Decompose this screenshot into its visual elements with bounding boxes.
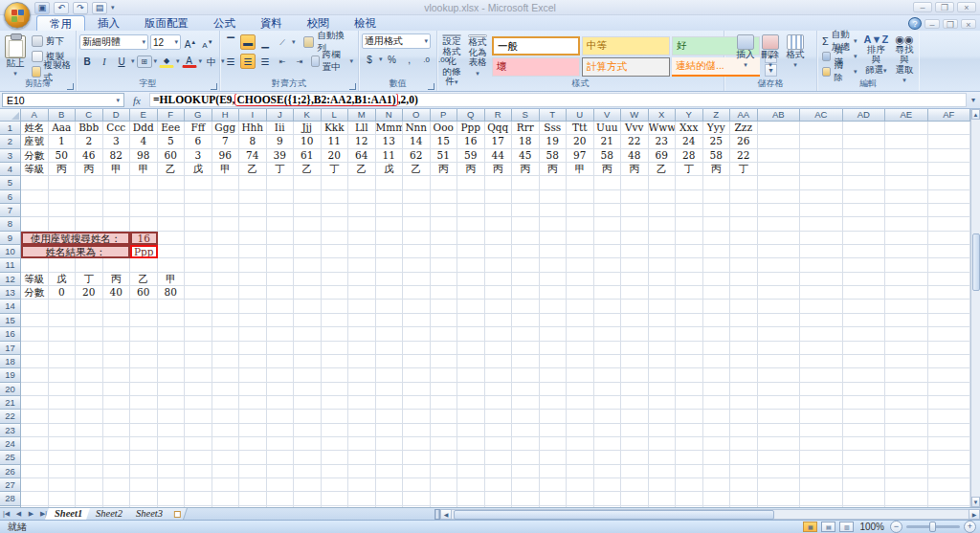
cell-U1[interactable]: Ttt [567,122,594,135]
cell-AE5[interactable] [885,176,928,189]
cell-B5[interactable] [49,176,77,189]
cell-S25[interactable] [512,451,540,464]
cell-B11[interactable] [49,258,77,272]
cell-L15[interactable] [322,314,349,327]
cell-K5[interactable] [294,176,322,189]
cell-H24[interactable] [212,437,240,451]
cell-S18[interactable] [512,355,540,368]
cell-AE7[interactable] [885,204,928,217]
cell-AF18[interactable] [928,355,971,368]
cell-I2[interactable]: 8 [239,135,267,148]
cell-W7[interactable] [621,204,649,217]
cell-Y10[interactable] [676,245,703,258]
cell-C24[interactable] [76,437,103,451]
cell-K15[interactable] [294,314,322,327]
row-header-22[interactable]: 22 [0,410,21,423]
cell-AB10[interactable] [758,245,801,258]
cell-E20[interactable] [130,383,158,396]
cell-E26[interactable] [130,465,158,478]
cell-L13[interactable] [322,286,349,300]
column-header-I[interactable]: I [239,109,267,122]
cell-A1[interactable]: 姓名 [21,122,49,135]
cell-AA16[interactable] [730,327,758,341]
cell-H7[interactable] [212,204,240,217]
cell-G1[interactable]: Fff [185,122,212,135]
font-name-combo[interactable]: 新細明體▾ [79,34,148,50]
cell-W27[interactable] [621,478,649,492]
cell-AD25[interactable] [843,451,886,464]
cell-AB16[interactable] [758,327,801,341]
cell-P4[interactable]: 丙 [431,163,458,176]
cell-G6[interactable] [185,190,212,204]
cell-F26[interactable] [158,465,186,478]
cell-AF19[interactable] [928,368,971,382]
cell-S12[interactable] [512,273,540,286]
cell-D4[interactable]: 甲 [103,163,131,176]
cell-K13[interactable] [294,286,322,300]
cell-N19[interactable] [376,368,404,382]
normal-view-icon[interactable]: ▦ [803,522,817,532]
cell-F21[interactable] [158,396,186,410]
cell-D5[interactable] [103,176,131,189]
cell-B25[interactable] [49,451,77,464]
orientation-icon[interactable]: ⟋ [275,34,290,50]
style-calculation[interactable]: 計算方式 [582,57,670,77]
cell-T16[interactable] [540,327,568,341]
cell-U11[interactable] [567,258,594,272]
cell-P17[interactable] [431,342,458,355]
column-header-Q[interactable]: Q [457,109,485,122]
cell-M8[interactable] [348,217,376,231]
cell-E4[interactable]: 甲 [130,163,158,176]
cell-X16[interactable] [649,327,677,341]
cell-Z28[interactable] [703,492,731,505]
cell-AC22[interactable] [800,410,843,423]
cell-Q21[interactable] [457,396,485,410]
cell-Q3[interactable]: 59 [457,149,485,163]
cell-Z12[interactable] [703,273,731,286]
cell-E24[interactable] [130,437,158,451]
cell-A22[interactable] [21,410,49,423]
cell-AA27[interactable] [730,478,758,492]
cell-AE18[interactable] [885,355,928,368]
cell-I11[interactable] [239,258,267,272]
cell-A24[interactable] [21,437,49,451]
cell-J22[interactable] [267,410,295,423]
cell-O25[interactable] [403,451,431,464]
cell-X21[interactable] [649,396,677,410]
cell-R28[interactable] [485,492,513,505]
cell-M2[interactable]: 12 [348,135,376,148]
cell-T22[interactable] [540,410,568,423]
column-header-E[interactable]: E [130,109,158,122]
cell-U18[interactable] [567,355,594,368]
cell-Y25[interactable] [676,451,703,464]
cell-L19[interactable] [322,368,349,382]
column-header-S[interactable]: S [512,109,540,122]
cell-T13[interactable] [540,286,568,300]
cell-M17[interactable] [348,342,376,355]
clipboard-dialog-launcher-icon[interactable] [67,83,74,90]
column-header-M[interactable]: M [348,109,376,122]
cell-J15[interactable] [267,314,295,327]
cell-O15[interactable] [403,314,431,327]
cell-Z19[interactable] [703,368,731,382]
cell-J24[interactable] [267,437,295,451]
cell-H12[interactable] [212,273,240,286]
cell-V23[interactable] [594,424,622,437]
cell-M21[interactable] [348,396,376,410]
cell-AD5[interactable] [843,176,886,189]
cell-Z3[interactable]: 58 [703,149,731,163]
cell-AB18[interactable] [758,355,801,368]
cell-K27[interactable] [294,478,322,492]
cell-W8[interactable] [621,217,649,231]
cell-Y7[interactable] [676,204,703,217]
cell-W16[interactable] [621,327,649,341]
cell-F23[interactable] [158,424,186,437]
cell-X25[interactable] [649,451,677,464]
cell-H18[interactable] [212,355,240,368]
row-header-27[interactable]: 27 [0,478,21,492]
column-header-Y[interactable]: Y [676,109,703,122]
cell-G14[interactable] [185,300,212,313]
cell-N10[interactable] [376,245,404,258]
cell-A14[interactable] [21,300,49,313]
cell-D23[interactable] [103,424,131,437]
